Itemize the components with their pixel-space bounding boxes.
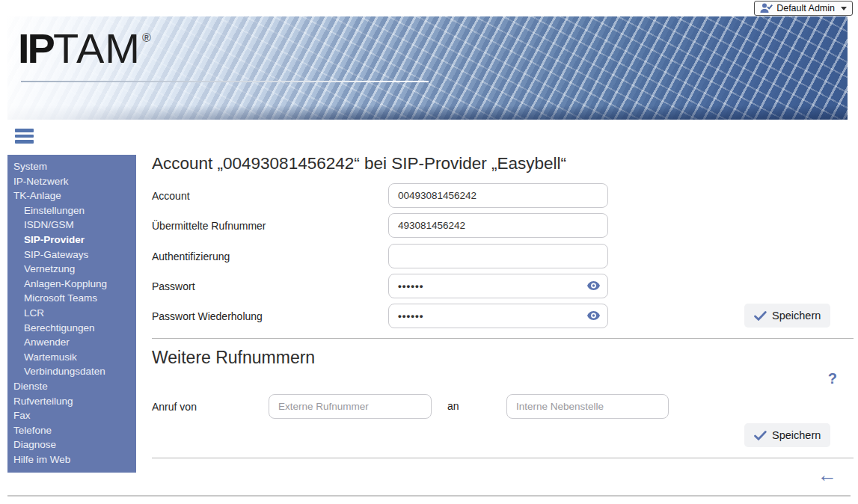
back-arrow-icon[interactable]: ← <box>818 464 837 487</box>
sidebar-nav: System IP-Netzwerk TK-Anlage Einstellung… <box>7 155 136 473</box>
form-row-password: Passwort <box>152 274 854 298</box>
sidebar-item-system[interactable]: System <box>7 159 136 174</box>
sidebar-item-isdn-gsm[interactable]: ISDN/GSM <box>7 218 136 233</box>
eye-icon[interactable] <box>587 281 600 290</box>
transmitted-number-input[interactable] <box>388 213 608 238</box>
main-content: Account „00493081456242“ bei SIP-Provide… <box>152 153 854 504</box>
caret-down-icon <box>841 7 847 10</box>
sidebar-item-microsoft-teams[interactable]: Microsoft Teams <box>7 291 136 306</box>
account-input[interactable] <box>388 183 608 208</box>
sidebar-item-ip-netzwerk[interactable]: IP-Netzwerk <box>7 174 136 189</box>
menu-bar <box>15 140 34 144</box>
form-row-authentication: Authentifizierung <box>152 244 854 268</box>
iptam-logo: IPTAM® <box>18 24 151 73</box>
sidebar-item-fax[interactable]: Fax <box>7 408 136 423</box>
section-divider <box>152 338 854 339</box>
transmitted-number-label: Übermittelte Rufnummer <box>152 220 266 232</box>
external-number-input[interactable] <box>269 394 432 419</box>
sidebar-item-sip-gateways[interactable]: SIP-Gateways <box>7 248 136 262</box>
bottom-divider <box>7 495 851 497</box>
sidebar-item-einstellungen[interactable]: Einstellungen <box>7 203 136 218</box>
page-title: Account „00493081456242“ bei SIP-Provide… <box>152 154 566 173</box>
form-row-transmitted-number: Übermittelte Rufnummer <box>152 213 854 238</box>
eye-icon[interactable] <box>587 311 600 320</box>
password-repeat-input[interactable] <box>388 304 608 328</box>
save-account-button[interactable]: Speichern <box>744 304 830 328</box>
sidebar-item-anlagen-kopplung[interactable]: Anlagen-Kopplung <box>7 277 136 292</box>
help-icon[interactable]: ? <box>828 370 837 387</box>
logo-underline <box>21 81 429 82</box>
section-title-weitere-rufnummern: Weitere Rufnummern <box>152 348 315 368</box>
check-icon <box>754 431 767 440</box>
check-icon <box>754 311 767 321</box>
password-repeat-label: Passwort Wiederholung <box>152 310 263 322</box>
menu-bar <box>15 129 34 132</box>
sidebar-item-wartemusik[interactable]: Wartemusik <box>7 350 136 365</box>
save-button-label: Speichern <box>772 429 821 441</box>
sidebar-item-anwender[interactable]: Anwender <box>7 335 136 350</box>
header-banner: IPTAM® <box>7 16 848 120</box>
sidebar-item-tk-anlage[interactable]: TK-Anlage <box>7 188 136 203</box>
account-label: Account <box>152 190 190 202</box>
sidebar-item-hilfe-im-web[interactable]: Hilfe im Web <box>7 452 136 467</box>
form-row-call-from: Anruf von an <box>152 394 854 419</box>
sidebar-item-vernetzung[interactable]: Vernetzung <box>7 262 136 277</box>
save-number-button[interactable]: Speichern <box>744 423 830 447</box>
sidebar-item-verbindungsdaten[interactable]: Verbindungsdaten <box>7 364 136 379</box>
password-input[interactable] <box>388 274 608 298</box>
sidebar-item-lcr[interactable]: LCR <box>7 306 136 321</box>
form-row-account: Account <box>152 183 854 208</box>
to-label: an <box>447 400 459 412</box>
sidebar-item-telefone[interactable]: Telefone <box>7 423 136 438</box>
user-check-icon <box>760 3 773 13</box>
user-menu-button[interactable]: Default Admin <box>754 1 853 16</box>
password-label: Passwort <box>152 280 195 292</box>
page: Default Admin IPTAM® System IP-Netzwerk … <box>0 0 858 504</box>
internal-extension-input[interactable] <box>506 394 669 419</box>
sidebar-item-sip-provider[interactable]: SIP-Provider <box>7 233 136 248</box>
logo-tam-text: TAM <box>53 25 141 72</box>
logo-registered-mark: ® <box>142 31 151 44</box>
save-button-label: Speichern <box>772 310 821 322</box>
menu-bar <box>15 135 34 138</box>
sidebar-item-rufverteilung[interactable]: Rufverteilung <box>7 394 136 409</box>
menu-icon[interactable] <box>15 129 34 145</box>
sidebar-item-diagnose[interactable]: Diagnose <box>7 437 136 452</box>
logo-ip-text: IP <box>18 25 53 72</box>
sidebar-item-dienste[interactable]: Dienste <box>7 379 136 394</box>
call-from-label: Anruf von <box>152 401 197 413</box>
authentication-label: Authentifizierung <box>152 251 230 262</box>
sidebar-item-berechtigungen[interactable]: Berechtigungen <box>7 321 136 336</box>
user-menu-label: Default Admin <box>776 3 835 13</box>
authentication-input[interactable] <box>388 244 608 268</box>
section-divider <box>152 458 854 458</box>
